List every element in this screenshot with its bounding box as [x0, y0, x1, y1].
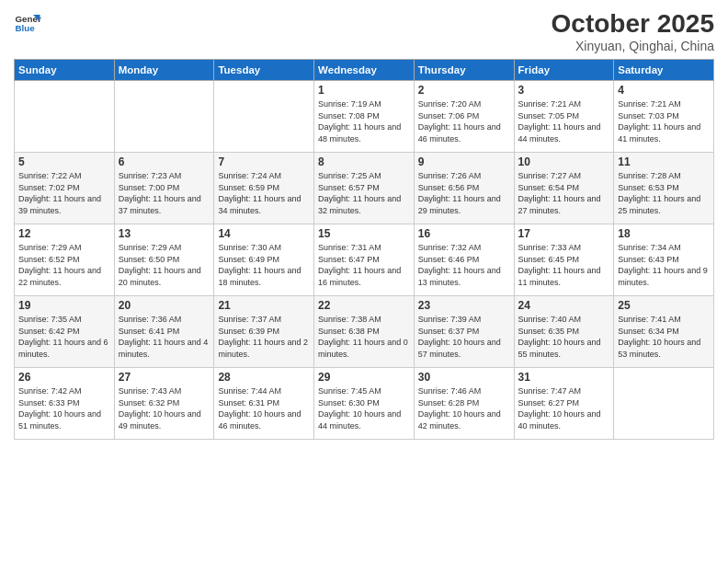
day-info: Sunrise: 7:19 AM Sunset: 7:08 PM Dayligh…: [318, 98, 410, 144]
location: Xinyuan, Qinghai, China: [552, 39, 714, 53]
day-info: Sunrise: 7:41 AM Sunset: 6:34 PM Dayligh…: [618, 314, 710, 360]
table-row: 6Sunrise: 7:23 AM Sunset: 7:00 PM Daylig…: [114, 153, 214, 224]
day-number: 10: [518, 155, 610, 168]
col-saturday: Saturday: [614, 60, 714, 81]
day-number: 17: [518, 227, 610, 240]
day-info: Sunrise: 7:29 AM Sunset: 6:52 PM Dayligh…: [18, 242, 110, 288]
day-info: Sunrise: 7:47 AM Sunset: 6:27 PM Dayligh…: [518, 385, 610, 431]
table-row: 11Sunrise: 7:28 AM Sunset: 6:53 PM Dayli…: [614, 153, 714, 224]
day-info: Sunrise: 7:39 AM Sunset: 6:37 PM Dayligh…: [418, 314, 510, 360]
day-info: Sunrise: 7:31 AM Sunset: 6:47 PM Dayligh…: [318, 242, 410, 288]
calendar-week-row: 1Sunrise: 7:19 AM Sunset: 7:08 PM Daylig…: [15, 81, 714, 153]
day-number: 21: [218, 299, 310, 312]
table-row: 27Sunrise: 7:43 AM Sunset: 6:32 PM Dayli…: [114, 368, 214, 440]
day-number: 20: [119, 299, 210, 312]
day-number: 9: [418, 155, 510, 168]
day-info: Sunrise: 7:20 AM Sunset: 7:06 PM Dayligh…: [418, 98, 510, 144]
calendar-week-row: 19Sunrise: 7:35 AM Sunset: 6:42 PM Dayli…: [15, 296, 714, 368]
day-info: Sunrise: 7:28 AM Sunset: 6:53 PM Dayligh…: [618, 170, 710, 216]
table-row: 24Sunrise: 7:40 AM Sunset: 6:35 PM Dayli…: [514, 296, 614, 368]
day-number: 4: [618, 84, 710, 97]
day-info: Sunrise: 7:42 AM Sunset: 6:33 PM Dayligh…: [18, 385, 110, 431]
day-info: Sunrise: 7:37 AM Sunset: 6:39 PM Dayligh…: [218, 314, 310, 360]
day-info: Sunrise: 7:35 AM Sunset: 6:42 PM Dayligh…: [18, 314, 110, 360]
day-number: 30: [418, 371, 510, 384]
table-row: [214, 81, 314, 153]
day-info: Sunrise: 7:36 AM Sunset: 6:41 PM Dayligh…: [119, 314, 210, 360]
table-row: 17Sunrise: 7:33 AM Sunset: 6:45 PM Dayli…: [514, 224, 614, 296]
table-row: 10Sunrise: 7:27 AM Sunset: 6:54 PM Dayli…: [514, 153, 614, 224]
day-info: Sunrise: 7:46 AM Sunset: 6:28 PM Dayligh…: [418, 385, 510, 431]
calendar-table: Sunday Monday Tuesday Wednesday Thursday…: [14, 59, 714, 440]
day-number: 14: [218, 227, 310, 240]
table-row: 13Sunrise: 7:29 AM Sunset: 6:50 PM Dayli…: [114, 224, 214, 296]
day-info: Sunrise: 7:21 AM Sunset: 7:03 PM Dayligh…: [618, 98, 710, 144]
month-title: October 2025: [552, 9, 714, 39]
table-row: 5Sunrise: 7:22 AM Sunset: 7:02 PM Daylig…: [15, 153, 115, 224]
table-row: 4Sunrise: 7:21 AM Sunset: 7:03 PM Daylig…: [614, 81, 714, 153]
day-number: 1: [318, 84, 410, 97]
table-row: 7Sunrise: 7:24 AM Sunset: 6:59 PM Daylig…: [214, 153, 314, 224]
day-info: Sunrise: 7:29 AM Sunset: 6:50 PM Dayligh…: [119, 242, 210, 288]
table-row: 25Sunrise: 7:41 AM Sunset: 6:34 PM Dayli…: [614, 296, 714, 368]
table-row: 23Sunrise: 7:39 AM Sunset: 6:37 PM Dayli…: [414, 296, 514, 368]
day-number: 23: [418, 299, 510, 312]
day-info: Sunrise: 7:24 AM Sunset: 6:59 PM Dayligh…: [218, 170, 310, 216]
col-thursday: Thursday: [414, 60, 514, 81]
table-row: 1Sunrise: 7:19 AM Sunset: 7:08 PM Daylig…: [314, 81, 415, 153]
day-number: 8: [318, 155, 410, 168]
table-row: 28Sunrise: 7:44 AM Sunset: 6:31 PM Dayli…: [214, 368, 314, 440]
col-sunday: Sunday: [15, 60, 115, 81]
day-number: 3: [518, 84, 610, 97]
day-info: Sunrise: 7:25 AM Sunset: 6:57 PM Dayligh…: [318, 170, 410, 216]
day-number: 6: [119, 155, 210, 168]
table-row: 8Sunrise: 7:25 AM Sunset: 6:57 PM Daylig…: [314, 153, 415, 224]
day-number: 5: [18, 155, 110, 168]
day-number: 13: [119, 227, 210, 240]
day-number: 12: [18, 227, 110, 240]
day-info: Sunrise: 7:38 AM Sunset: 6:38 PM Dayligh…: [318, 314, 410, 360]
table-row: 19Sunrise: 7:35 AM Sunset: 6:42 PM Dayli…: [15, 296, 115, 368]
day-info: Sunrise: 7:30 AM Sunset: 6:49 PM Dayligh…: [218, 242, 310, 288]
day-number: 26: [18, 371, 110, 384]
logo-icon: General Blue: [14, 9, 41, 37]
day-info: Sunrise: 7:21 AM Sunset: 7:05 PM Dayligh…: [518, 98, 610, 144]
day-number: 2: [418, 84, 510, 97]
page: General Blue October 2025 Xinyuan, Qingh…: [0, 0, 728, 563]
day-number: 28: [218, 371, 310, 384]
table-row: 14Sunrise: 7:30 AM Sunset: 6:49 PM Dayli…: [214, 224, 314, 296]
day-number: 27: [119, 371, 210, 384]
day-number: 19: [18, 299, 110, 312]
day-number: 24: [518, 299, 610, 312]
header: General Blue October 2025 Xinyuan, Qingh…: [14, 9, 714, 53]
table-row: 22Sunrise: 7:38 AM Sunset: 6:38 PM Dayli…: [314, 296, 415, 368]
col-wednesday: Wednesday: [314, 60, 415, 81]
table-row: 3Sunrise: 7:21 AM Sunset: 7:05 PM Daylig…: [514, 81, 614, 153]
col-monday: Monday: [114, 60, 214, 81]
col-tuesday: Tuesday: [214, 60, 314, 81]
table-row: [15, 81, 115, 153]
day-info: Sunrise: 7:26 AM Sunset: 6:56 PM Dayligh…: [418, 170, 510, 216]
table-row: 16Sunrise: 7:32 AM Sunset: 6:46 PM Dayli…: [414, 224, 514, 296]
day-number: 16: [418, 227, 510, 240]
day-info: Sunrise: 7:22 AM Sunset: 7:02 PM Dayligh…: [18, 170, 110, 216]
table-row: [114, 81, 214, 153]
day-info: Sunrise: 7:34 AM Sunset: 6:43 PM Dayligh…: [618, 242, 710, 288]
day-number: 22: [318, 299, 410, 312]
svg-text:Blue: Blue: [16, 23, 36, 33]
day-info: Sunrise: 7:44 AM Sunset: 6:31 PM Dayligh…: [218, 385, 310, 431]
day-number: 31: [518, 371, 610, 384]
table-row: 21Sunrise: 7:37 AM Sunset: 6:39 PM Dayli…: [214, 296, 314, 368]
col-friday: Friday: [514, 60, 614, 81]
day-number: 7: [218, 155, 310, 168]
table-row: 2Sunrise: 7:20 AM Sunset: 7:06 PM Daylig…: [414, 81, 514, 153]
day-number: 15: [318, 227, 410, 240]
day-info: Sunrise: 7:33 AM Sunset: 6:45 PM Dayligh…: [518, 242, 610, 288]
table-row: 26Sunrise: 7:42 AM Sunset: 6:33 PM Dayli…: [15, 368, 115, 440]
calendar-header-row: Sunday Monday Tuesday Wednesday Thursday…: [15, 60, 714, 81]
day-info: Sunrise: 7:32 AM Sunset: 6:46 PM Dayligh…: [418, 242, 510, 288]
table-row: 31Sunrise: 7:47 AM Sunset: 6:27 PM Dayli…: [514, 368, 614, 440]
day-info: Sunrise: 7:45 AM Sunset: 6:30 PM Dayligh…: [318, 385, 410, 431]
day-number: 11: [618, 155, 710, 168]
day-number: 25: [618, 299, 710, 312]
